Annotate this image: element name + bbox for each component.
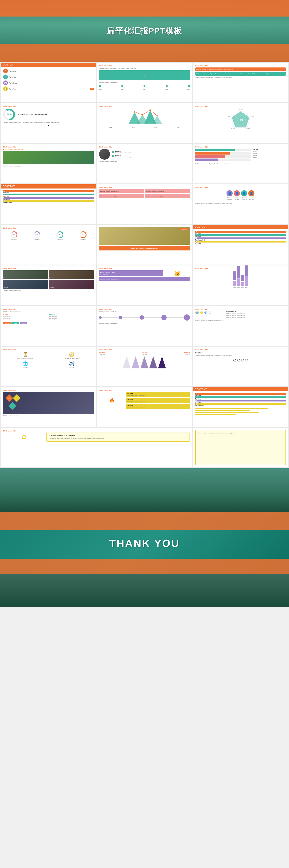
circ-stat-4: 90% Your text [79,231,87,241]
svg-text:32%: 32% [35,234,38,236]
icon-item-4: ✈️ to modify [49,361,94,369]
arrow-3 [140,356,148,368]
label-r4-2: Text two [3,195,9,197]
svg-text:60%: 60% [7,113,12,116]
timeline-footer: Click the text box to modify text [99,161,190,162]
btn-teal[interactable]: MORE [11,322,19,324]
list-item-r5-2: ⚙️ Text two [195,234,286,238]
slide-title-13: Click enter title [3,227,94,229]
icon-r9-2: ⚙️ [195,396,286,398]
star-content: ⚙️ ⭐ 💎 ⬡ Click enter title Click the tex… [195,311,286,318]
btn-purple[interactable]: MORE [20,322,27,324]
list-item-4: 📋 Text four ON [3,86,94,91]
icon-4: 📋 [3,86,8,91]
tl-dot-5 [188,85,190,87]
yellow-text-col: You text Click the text box to modify te… [126,392,190,409]
dot-4 [161,315,167,320]
list-item-r4-3: 📊 Text three [3,197,94,200]
svg-point-11 [157,115,158,116]
timeline-1 [99,85,190,87]
yellow-box-2: You text Click the text box to modify te… [126,398,190,403]
slide-title-y: Click enter title [3,430,190,432]
icon-r4-1: 🏠 [3,190,94,192]
yellow-box-3: You text Click the text box to modify te… [126,404,190,409]
year-item-2: You text Your text [142,352,147,355]
list-item-r9-3: 📊 Text three [195,400,286,403]
hbars-text-1: You text [252,151,286,153]
slides-grid: CONTENT 🏠 Text one ⚙️ Text two 📊 Text th… [0,62,289,468]
icon-r5-1: 🏠 [195,231,286,232]
svg-text:Top text: Top text [239,109,243,110]
icon-r4-4: 📋 [3,200,94,202]
subtitle-7: ▶ Click the text box to modify text [3,149,94,150]
slide-circ-stats: Click enter title 50% Your text 32% Your… [1,225,96,265]
slide-text-three-detected: Click enter title Text three Click the t… [193,347,288,386]
pink-box-2: Click the text box to modify text [145,189,190,193]
text-btn-grid: You text Your text here Your text here Y… [3,314,94,321]
slide-title-6: Click enter title [195,105,286,107]
slide-dot-timeline: Click enter title Click the text box to … [97,306,192,346]
svg-text:90%: 90% [81,234,84,236]
hbar-2: 63% [195,152,251,155]
year-tl-row: You text Your text You text Your text Yo… [99,352,190,355]
field-text-box: Click the text box to modify text. [99,246,190,250]
slide-persons-1: Click enter title 👤 You text You text 👤 … [193,184,288,224]
arrow-1 [123,356,131,368]
purple-left: Click the text box to modify text [99,270,163,277]
icon-1: 🏠 [3,68,8,73]
mini-text-2: Click the text box to modify text [99,81,190,83]
thankyou-section: THANK YOU [0,513,289,574]
slide-title-3: Click enter title [195,65,286,67]
chart-labels-5: text1text2text3text4 [99,126,190,128]
dot-line-2 [122,317,140,318]
slide-content-2: CONTENT 🏠 Text one ⚙️ Text two 📊 Text th… [1,184,96,224]
label-r5-2: Text two [195,236,201,238]
slide-title-17: Click enter title [99,268,190,270]
donut-text: Click the text box to modify text. [17,114,47,116]
slide-title-25: Click enter title [3,390,94,391]
city-photo: text [3,392,94,414]
icon-r5-4: 📋 [195,241,286,243]
hbar-1: 71% [195,149,251,151]
list-item-r4-4: 📋 Text four ON [3,200,94,204]
green-photo [3,151,94,164]
ty-bottom-bar [0,559,289,574]
star-icons: ⚙️ ⭐ 💎 ⬡ [195,311,225,318]
hero-section: 扁平化汇报PPT模板 [0,0,289,62]
persons-footer: Click the text box to modify text Click … [195,203,286,204]
mini-text-1: Click the text box to modify text Click … [99,67,190,69]
hbar-3: 54% [195,155,251,158]
slide-yellow-extra: Click the text box to modify text Click … [193,428,288,467]
photo-grid: You text You text You text You text [3,270,94,289]
hbars-content: 71% 63% 54% [195,149,286,162]
person-1: 👤 You text You text [226,190,233,200]
diamond-3 [9,402,16,410]
btn-row: MORE MORE MORE [3,322,94,324]
yellow-desc: Click the text box to modify text Click … [49,438,187,439]
svg-point-10 [150,110,151,111]
radar-container: Text Top text Right BR text BL text Left [195,108,286,134]
hbar-fill-2 [195,152,230,155]
arrow-down: ⬇ [3,125,94,126]
label-r5-3: Text three [195,239,202,241]
slide-content-1: CONTENT 🏠 Text one ⚙️ Text two 📊 Text th… [1,63,96,102]
final-bottom-image [0,574,289,607]
img-box-1: 🖼️ [99,70,190,80]
timeline-item-2: You text Click the text box to modify te… [112,155,133,158]
btn-orange[interactable]: MORE [3,322,10,324]
purple-content: Click the text box to modify text 🐱 [99,270,190,277]
list-item-r9-2: ⚙️ Text two [195,396,286,400]
slide-hbars-1: Click enter title 71% 63% [193,144,288,183]
hbars-left: 71% 63% 54% [195,149,251,162]
slide-title-23: Click enter title [99,349,190,351]
text-three-content: Text three Click the text box to modify … [195,352,286,356]
photo-badge: click enter [180,228,189,230]
content-header-3: CONTENT [193,225,288,229]
slide-photo-grid: Click enter title You text You text You … [1,266,96,305]
slide-title-20: Click enter title [99,308,190,310]
bottom-hero [0,468,289,513]
tl-dot-4 [166,85,168,87]
icon-item-2: 🧭 Click the text box to modify [49,352,94,360]
svg-text:78%: 78% [59,234,62,236]
tl-dot-1 [99,85,101,87]
